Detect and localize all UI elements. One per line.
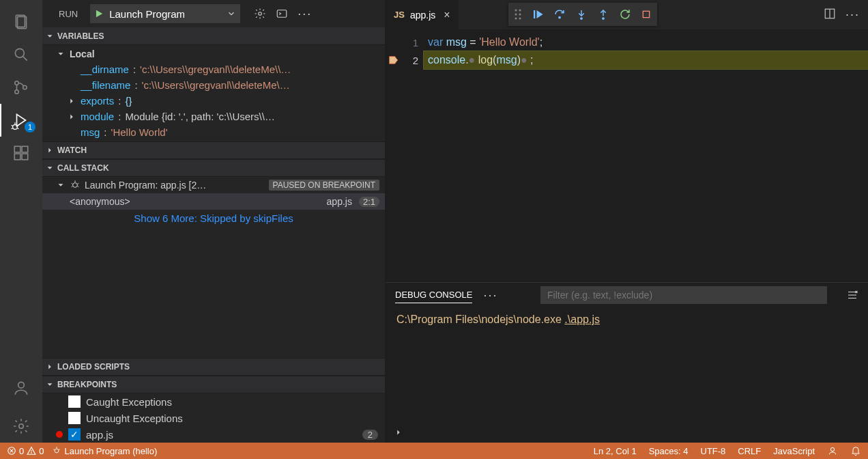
variable-row[interactable]: msg: 'Hello World': [42, 124, 385, 140]
svg-rect-16: [14, 154, 20, 160]
activity-explorer[interactable]: [0, 5, 42, 38]
breakpoint-current-icon[interactable]: [388, 55, 399, 66]
svg-line-13: [17, 128, 18, 128]
svg-point-21: [259, 12, 262, 16]
sidebar-header: RUN Launch Program ···: [42, 0, 385, 27]
variable-row[interactable]: __filename: 'c:\\Users\\gregvanl\\delete…: [42, 77, 385, 93]
debug-toolbar: [508, 3, 657, 26]
variable-row[interactable]: __dirname: 'c:\\Users\\gregvanl\\deleteM…: [42, 61, 385, 77]
activity-run-debug[interactable]: 1: [0, 104, 42, 137]
status-bar: 0 0 Launch Program (hello) Ln 2, Col 1 S…: [0, 443, 868, 459]
editor-tab[interactable]: JS app.js ×: [386, 0, 459, 29]
step-over-button[interactable]: [553, 8, 566, 20]
activity-extensions[interactable]: [0, 137, 42, 169]
step-out-button[interactable]: [597, 8, 609, 20]
activity-scm[interactable]: [0, 71, 42, 104]
svg-point-47: [581, 18, 582, 19]
filter-input[interactable]: [540, 286, 827, 304]
variable-row[interactable]: exports: {}: [42, 93, 385, 109]
svg-line-25: [72, 183, 73, 184]
grip-icon[interactable]: [514, 8, 522, 20]
variable-row[interactable]: module: Module {id: '.', path: 'c:\\User…: [42, 109, 385, 124]
step-into-button[interactable]: [575, 8, 588, 20]
svg-point-8: [13, 125, 18, 130]
svg-rect-17: [22, 154, 28, 160]
svg-marker-44: [537, 10, 543, 18]
debug-console-tab[interactable]: DEBUG CONSOLE: [395, 287, 472, 303]
svg-point-38: [519, 10, 521, 12]
checkbox[interactable]: ✓: [68, 428, 81, 441]
ellipsis-icon[interactable]: ···: [298, 7, 312, 21]
svg-point-39: [515, 14, 517, 16]
callstack-frame[interactable]: <anonymous> app.js 2:1: [42, 193, 385, 210]
launch-config-name: Launch Program: [109, 8, 185, 20]
chevron-down-icon: [227, 9, 236, 18]
svg-point-60: [830, 447, 834, 451]
console-file-link[interactable]: .\app.js: [564, 314, 600, 325]
breakpoint-row[interactable]: Caught Exceptions: [42, 393, 385, 410]
svg-marker-31: [390, 57, 398, 64]
callstack-show-more[interactable]: Show 6 More: Skipped by skipFiles: [42, 210, 385, 227]
svg-point-5: [15, 90, 18, 94]
svg-line-59: [59, 449, 60, 450]
split-editor-icon[interactable]: [824, 8, 836, 22]
gear-icon[interactable]: [254, 8, 266, 20]
breakpoints-section-header[interactable]: BREAKPOINTS: [42, 376, 385, 393]
status-eol[interactable]: CRLF: [738, 446, 761, 456]
svg-marker-20: [96, 10, 102, 18]
restart-button[interactable]: [619, 8, 631, 20]
svg-line-27: [72, 186, 73, 186]
watch-section-header[interactable]: WATCH: [42, 141, 385, 159]
status-spaces[interactable]: Spaces: 4: [649, 446, 689, 456]
svg-point-41: [515, 18, 517, 20]
svg-line-12: [12, 128, 13, 128]
svg-point-4: [15, 81, 18, 85]
breakpoint-row[interactable]: Uncaught Exceptions: [42, 410, 385, 426]
code-editor[interactable]: 12 var msg = 'Hello World';console.● log…: [386, 29, 868, 282]
svg-point-55: [31, 453, 32, 454]
svg-rect-22: [277, 10, 287, 18]
status-debug-target[interactable]: Launch Program (hello): [52, 446, 157, 456]
clear-console-icon[interactable]: [846, 289, 858, 301]
svg-point-42: [519, 18, 521, 20]
callstack-section-header[interactable]: CALL STACK: [42, 159, 385, 177]
loaded-scripts-section-header[interactable]: LOADED SCRIPTS: [42, 358, 385, 376]
status-feedback-icon[interactable]: [827, 445, 838, 456]
status-encoding[interactable]: UTF-8: [701, 446, 726, 456]
activity-accounts[interactable]: [0, 372, 42, 404]
activity-search[interactable]: [0, 38, 42, 71]
console-input-prompt[interactable]: [386, 422, 868, 443]
play-icon: [94, 9, 104, 18]
variables-section-header[interactable]: VARIABLES: [42, 27, 385, 45]
editor-area: JS app.js × ··· 12 var msg = 'Hello Worl…: [386, 0, 868, 443]
svg-rect-43: [534, 10, 535, 18]
svg-point-40: [519, 14, 521, 16]
svg-line-3: [23, 57, 27, 61]
ellipsis-icon[interactable]: ···: [483, 288, 497, 303]
debug-console-icon[interactable]: [276, 8, 288, 20]
variables-body: Local __dirname: 'c:\\Users\\gregvanl\\d…: [42, 45, 385, 141]
svg-point-56: [55, 449, 59, 453]
checkbox[interactable]: [68, 395, 81, 408]
svg-point-37: [515, 10, 517, 12]
breakpoints-body: Caught ExceptionsUncaught Exceptions✓app…: [42, 393, 385, 443]
status-errors[interactable]: 0 0: [7, 446, 44, 456]
continue-button[interactable]: [532, 8, 544, 20]
checkbox[interactable]: [68, 412, 81, 424]
stop-button[interactable]: [641, 9, 652, 20]
activity-settings[interactable]: [0, 410, 42, 443]
status-bell-icon[interactable]: [850, 445, 861, 456]
svg-rect-15: [22, 146, 28, 152]
status-language[interactable]: JavaScript: [773, 446, 815, 456]
ellipsis-icon[interactable]: ···: [845, 8, 860, 22]
js-file-icon: JS: [394, 10, 405, 20]
run-sidebar: RUN Launch Program ··· VARIABLES: [42, 0, 386, 443]
launch-config-select[interactable]: Launch Program: [90, 4, 240, 23]
debug-badge: 1: [25, 122, 35, 133]
close-icon[interactable]: ×: [444, 9, 450, 21]
status-cursor[interactable]: Ln 2, Col 1: [594, 446, 637, 456]
callstack-thread[interactable]: Launch Program: app.js [2… PAUSED ON BRE…: [42, 177, 385, 193]
svg-line-28: [77, 186, 78, 186]
variable-scope[interactable]: Local: [42, 46, 385, 61]
breakpoint-row[interactable]: ✓app.js2: [42, 426, 385, 443]
